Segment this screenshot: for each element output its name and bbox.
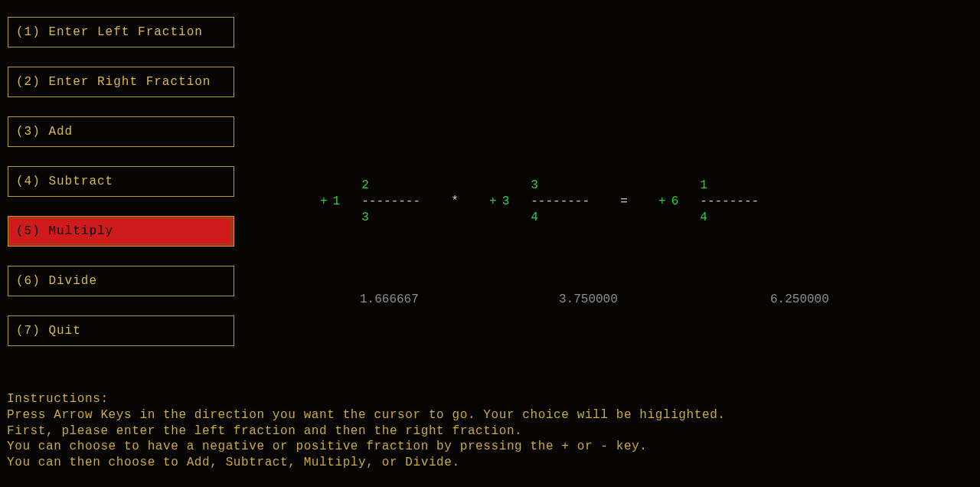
right-numerator: 3 (531, 178, 538, 192)
menu-item-subtract[interactable]: (4) Subtract (8, 166, 234, 197)
left-fraction: 2 -------- 3 (361, 178, 420, 225)
instructions-line-4: You can then choose to Add, Subtract, Mu… (7, 456, 460, 469)
menu-item-enter-left-fraction[interactable]: (1) Enter Left Fraction (8, 17, 234, 47)
instructions-line-1: Press Arrow Keys in the direction you wa… (7, 408, 726, 422)
right-vinculum: -------- (531, 194, 590, 208)
right-sign: + (489, 194, 498, 208)
result-fraction: 1 -------- 4 (700, 178, 759, 225)
left-numerator: 2 (361, 178, 369, 192)
menu-item-multiply[interactable]: (5) Multiply (8, 216, 234, 247)
right-denominator: 4 (531, 211, 538, 224)
result-numerator: 1 (700, 178, 707, 192)
equals-sign: = (590, 194, 658, 208)
right-whole: 3 (502, 194, 510, 208)
menu-item-add[interactable]: (3) Add (8, 116, 234, 147)
instructions-line-2: First, please enter the left fraction an… (7, 424, 522, 438)
left-whole: 1 (333, 194, 341, 208)
instructions-line-3: You can choose to have a negative or pos… (7, 440, 648, 453)
right-decimal: 3.750000 (559, 293, 618, 306)
menu: (1) Enter Left Fraction (2) Enter Right … (8, 17, 234, 365)
operator: * (420, 194, 489, 208)
result-decimal: 6.250000 (770, 293, 829, 306)
right-fraction: 3 -------- 4 (531, 178, 590, 225)
result-whole: 6 (671, 194, 679, 208)
menu-item-divide[interactable]: (6) Divide (8, 266, 234, 296)
instructions-title: Instructions: (7, 392, 109, 406)
result-vinculum: -------- (700, 194, 759, 208)
instructions: Instructions: Press Arrow Keys in the di… (7, 391, 726, 471)
menu-item-enter-right-fraction[interactable]: (2) Enter Right Fraction (8, 67, 234, 97)
left-denominator: 3 (361, 211, 369, 224)
result-sign: + (658, 194, 667, 208)
menu-item-quit[interactable]: (7) Quit (8, 315, 234, 346)
result-denominator: 4 (700, 211, 707, 224)
left-decimal: 1.666667 (360, 293, 419, 306)
left-vinculum: -------- (361, 194, 420, 208)
expression-row: + 1 2 -------- 3 * + 3 3 -------- 4 = + … (320, 178, 759, 225)
left-sign: + (320, 194, 328, 208)
